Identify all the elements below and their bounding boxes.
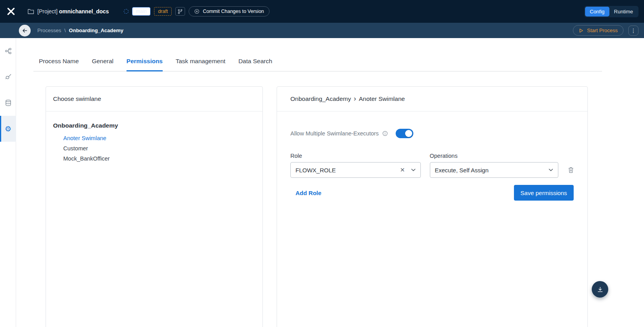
gear-icon: ⚙ [5, 125, 11, 133]
export-download-icon [597, 286, 604, 293]
version-controls: main draft Commit Changes to Version [124, 6, 270, 16]
tabs-divider [33, 71, 602, 71]
save-permissions-button[interactable]: Save permissions [514, 185, 574, 201]
sidebar-item-settings[interactable]: ⚙ [0, 116, 16, 142]
app-window: [Project] omnichannel_docs main draft Co… [0, 0, 644, 327]
breadcrumb-separator: \ [64, 27, 66, 33]
permissions-actions: Add Role Save permissions [290, 185, 574, 201]
permissions-body: Allow Multiple Swimlane-Executors Role [277, 111, 587, 201]
operations-field: Operations Execute, Self Assign [430, 153, 559, 178]
chevron-down-icon[interactable] [549, 168, 553, 172]
commit-button-label: Commit Changes to Version [203, 9, 264, 14]
trash-icon [568, 167, 574, 173]
breadcrumb: Processes \ Onboarding_Academy [37, 27, 123, 33]
top-bar-left: [Project] omnichannel_docs main draft Co… [6, 6, 270, 16]
tab-general[interactable]: General [92, 58, 114, 71]
operations-select[interactable]: Execute, Self Assign [430, 162, 559, 178]
play-icon [579, 28, 583, 33]
start-process-label: Start Process [587, 27, 618, 33]
breadcrumb-current-process: Onboarding_Academy [69, 27, 123, 33]
multi-executor-label: Allow Multiple Swimlane-Executors [290, 130, 379, 137]
swimlane-item-anoter[interactable]: Anoter Swimlane [63, 133, 255, 143]
multi-executor-toggle[interactable] [396, 129, 413, 138]
role-label: Role [290, 153, 421, 159]
sidebar-item-design[interactable] [0, 64, 16, 90]
arrow-left-icon [22, 27, 28, 34]
process-group-label: Onboarding_Academy [53, 122, 255, 129]
git-branch-icon [178, 9, 183, 14]
tab-permissions[interactable]: Permissions [127, 58, 163, 71]
database-icon [5, 99, 12, 106]
choose-swimlane-header: Choose swimlane [46, 87, 262, 111]
tab-data-search[interactable]: Data Search [239, 58, 272, 71]
multi-executor-row: Allow Multiple Swimlane-Executors [290, 129, 574, 138]
swimlane-list-body: Onboarding_Academy Anoter Swimlane Custo… [46, 111, 262, 164]
role-operations-row: Role FLOWX_ROLE ✕ Operati [290, 153, 574, 178]
operations-label: Operations [430, 153, 559, 159]
tab-process-name[interactable]: Process Name [39, 58, 79, 71]
permissions-crumb-swimlane: Anoter Swimlane [359, 95, 405, 102]
side-rail: ⚙ [0, 38, 16, 327]
swimlane-item-mock-bankofficer[interactable]: Mock_BankOfficer [63, 153, 255, 164]
flowx-logo-icon [6, 7, 16, 16]
settings-tabs: Process Name General Permissions Task ma… [16, 58, 644, 71]
draft-badge[interactable]: draft [154, 7, 172, 16]
config-tab[interactable]: Config [585, 7, 609, 16]
commit-changes-button[interactable]: Commit Changes to Version [189, 6, 270, 16]
runtime-tab[interactable]: Runtime [609, 7, 638, 16]
toggle-knob [405, 130, 412, 137]
brush-icon [5, 73, 12, 80]
swimlane-item-customer[interactable]: Customer [63, 143, 255, 153]
process-header-actions: Start Process ⋮ [573, 25, 638, 36]
commit-icon [194, 9, 200, 14]
sidebar-item-data[interactable] [0, 90, 16, 116]
delete-role-row-button[interactable] [568, 167, 574, 173]
project-name: omnichannel_docs [59, 8, 109, 15]
choose-swimlane-title: Choose swimlane [53, 95, 101, 102]
branch-menu-button[interactable] [175, 7, 185, 16]
body: ⚙ Process Name General Permissions Task … [0, 38, 644, 327]
swimlane-permissions-card: Onboarding_Academy › Anoter Swimlane All… [277, 86, 588, 327]
sidebar-item-processes[interactable] [0, 38, 16, 64]
swimlane-permissions-header: Onboarding_Academy › Anoter Swimlane [277, 87, 587, 111]
main-content: Process Name General Permissions Task ma… [16, 38, 644, 327]
top-bar: [Project] omnichannel_docs main draft Co… [0, 0, 644, 23]
info-icon [382, 131, 388, 136]
role-field: Role FLOWX_ROLE ✕ [290, 153, 421, 178]
branch-badge[interactable]: main [132, 7, 150, 16]
choose-swimlane-card: Choose swimlane Onboarding_Academy Anote… [46, 86, 263, 327]
add-role-button[interactable]: Add Role [295, 190, 321, 196]
project-title: [Project] omnichannel_docs [28, 8, 109, 15]
folder-icon [28, 9, 34, 15]
tab-task-management[interactable]: Task management [176, 58, 226, 71]
start-process-button[interactable]: Start Process [573, 25, 624, 36]
chevron-down-icon[interactable] [411, 168, 416, 172]
swimlane-list: Anoter Swimlane Customer Mock_BankOffice… [63, 133, 255, 164]
permissions-panels: Choose swimlane Onboarding_Academy Anote… [46, 86, 644, 327]
permissions-crumb-process: Onboarding_Academy [290, 95, 351, 102]
import-export-fab[interactable] [592, 281, 608, 298]
breadcrumb-processes[interactable]: Processes [37, 27, 61, 33]
clear-role-icon[interactable]: ✕ [400, 166, 405, 174]
kebab-icon: ⋮ [631, 28, 636, 33]
chevron-right-icon: › [354, 95, 356, 103]
back-button[interactable] [19, 25, 31, 37]
role-value: FLOWX_ROLE [295, 167, 400, 174]
more-options-button[interactable]: ⋮ [628, 26, 638, 36]
role-select[interactable]: FLOWX_ROLE ✕ [290, 162, 421, 178]
process-hierarchy-icon [5, 47, 12, 55]
draft-status-icon [124, 9, 128, 14]
process-header-bar: Processes \ Onboarding_Academy Start Pro… [0, 23, 644, 38]
operations-value: Execute, Self Assign [435, 167, 549, 174]
project-prefix: [Project] [37, 8, 57, 15]
mode-switch: Config Runtime [584, 6, 638, 17]
